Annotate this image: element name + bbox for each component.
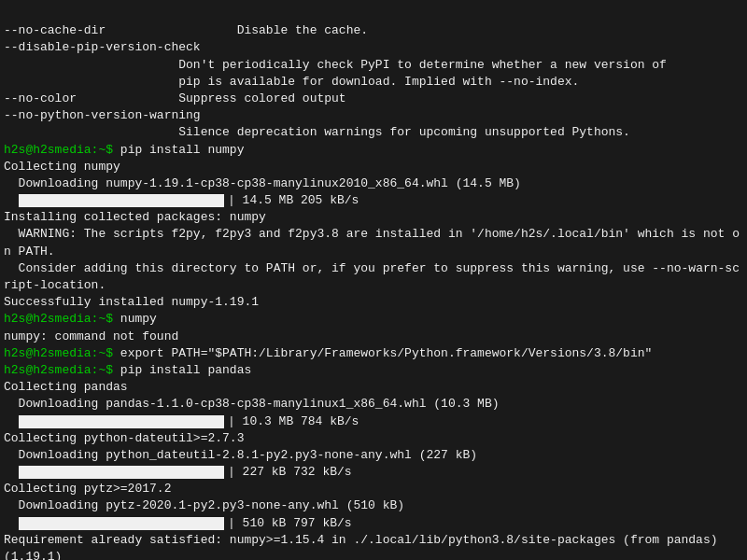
progress-label: Downloading pandas-1.1.0-cp38-cp38-manyl… [4,396,743,413]
terminal-line: --no-cache-dir Disable the cache. [4,22,743,39]
terminal-line: --no-python-version-warning [4,107,743,124]
terminal-line: WARNING: The scripts f2py, f2py3 and f2p… [4,226,743,259]
progress-speed: | 14.5 MB 205 kB/s [228,192,359,209]
progress-speed: | 10.3 MB 784 kB/s [228,413,359,430]
terminal-prompt-line: h2s@h2smedia:~$ export PATH="$PATH:/Libr… [4,345,743,362]
terminal-line: Silence deprecation warnings for upcomin… [4,124,743,141]
progress-bar-container: | 14.5 MB 205 kB/s [4,192,743,209]
terminal-line: Consider adding this directory to PATH o… [4,260,743,294]
progress-bar [19,466,224,479]
progress-bar-container: | 227 kB 732 kB/s [4,464,743,481]
prompt-text: h2s@h2smedia:~$ [4,363,120,377]
command-text: export PATH="$PATH:/Library/Frameworks/P… [120,346,653,360]
prompt-text: h2s@h2smedia:~$ [4,143,120,157]
progress-bar [19,415,224,428]
progress-bar [19,194,224,207]
terminal-line: --disable-pip-version-check [4,39,743,56]
terminal-line: Collecting pandas [4,379,743,396]
command-text: pip install numpy [120,143,245,157]
progress-line: Downloading pandas-1.1.0-cp38-cp38-manyl… [4,396,743,429]
progress-line: Downloading python_dateutil-2.8.1-py2.py… [4,447,743,481]
progress-fill [19,194,224,207]
command-text: numpy [120,312,157,326]
terminal-window[interactable]: --no-cache-dir Disable the cache.--disab… [0,0,747,560]
progress-label: Downloading pytz-2020.1-py2.py3-none-any… [4,497,743,514]
terminal-line: pip is available for download. Implied w… [4,74,743,91]
progress-line: Downloading pytz-2020.1-py2.py3-none-any… [4,497,743,531]
terminal-line: Successfully installed numpy-1.19.1 [4,294,743,311]
progress-bar-container: | 510 kB 797 kB/s [4,515,743,532]
terminal-line: --no-color Suppress colored output [4,91,743,107]
progress-label: Downloading numpy-1.19.1-cp38-cp38-manyl… [4,175,743,192]
prompt-text: h2s@h2smedia:~$ [4,346,120,360]
terminal-line: numpy: command not found [4,329,743,345]
progress-fill [19,466,224,479]
terminal-line: Collecting pytz>=2017.2 [4,481,743,497]
progress-line: Downloading numpy-1.19.1-cp38-cp38-manyl… [4,175,743,209]
terminal-prompt-line: h2s@h2smedia:~$ pip install numpy [4,142,743,159]
terminal-prompt-line: h2s@h2smedia:~$ numpy [4,311,743,328]
progress-fill [19,517,224,530]
terminal-line: Requirement already satisfied: numpy>=1.… [4,532,743,560]
command-text: pip install pandas [120,363,251,377]
prompt-text: h2s@h2smedia:~$ [4,312,120,326]
progress-bar [19,517,224,530]
terminal-line: Don't periodically check PyPI to determi… [4,57,743,74]
terminal-line: Collecting numpy [4,159,743,175]
terminal-line: Collecting python-dateutil>=2.7.3 [4,430,743,447]
terminal-prompt-line: h2s@h2smedia:~$ pip install pandas [4,362,743,379]
progress-fill [19,415,224,428]
progress-label: Downloading python_dateutil-2.8.1-py2.py… [4,447,743,464]
progress-speed: | 510 kB 797 kB/s [228,515,352,532]
terminal-line: Installing collected packages: numpy [4,209,743,226]
progress-speed: | 227 kB 732 kB/s [228,464,352,481]
progress-bar-container: | 10.3 MB 784 kB/s [4,413,743,430]
